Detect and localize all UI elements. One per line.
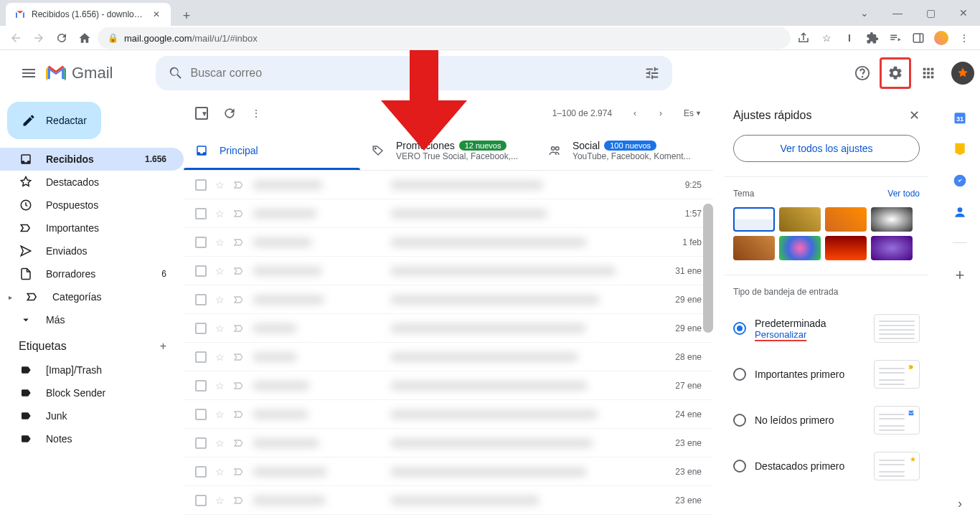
star-icon[interactable]: ☆ [215,437,225,449]
playlist-icon[interactable] [885,28,905,48]
star-icon[interactable]: ☆ [215,208,225,219]
row-checkbox[interactable] [195,437,207,449]
radio-button[interactable] [733,368,746,381]
mail-row[interactable]: ☆23 ene [184,486,713,515]
contacts-icon[interactable] [953,205,967,219]
sidebar-item-categorías[interactable]: ▸Categorías [0,285,184,308]
search-input[interactable] [190,67,638,80]
row-checkbox[interactable] [195,294,207,305]
profile-avatar[interactable] [931,28,951,48]
tab-social[interactable]: Social 100 nuevosYouTube, Facebook, Kome… [537,130,713,170]
home-button[interactable] [75,28,95,48]
close-window-button[interactable]: ✕ [947,0,980,26]
all-settings-button[interactable]: Ver todos los ajustes [733,135,920,162]
important-icon[interactable] [233,237,245,248]
star-icon[interactable]: ☆ [215,323,225,334]
theme-thumb[interactable] [825,207,867,232]
add-addon-button[interactable]: + [953,266,967,280]
sidebar-item-más[interactable]: Más [0,308,184,331]
ext-i-icon[interactable]: I [839,28,859,48]
sidepanel-icon[interactable] [908,28,928,48]
mail-row[interactable]: ☆9:25 [184,171,713,199]
inbox-option[interactable]: Importantes primero [733,351,920,397]
next-page[interactable]: › [649,102,672,125]
new-tab-button[interactable]: + [176,6,197,26]
search-box[interactable] [156,56,672,90]
reload-button[interactable] [52,28,72,48]
inbox-option[interactable]: PredeterminadaPersonalizar [733,305,920,351]
row-checkbox[interactable] [195,380,207,392]
row-checkbox[interactable] [195,323,207,334]
inbox-option[interactable]: No leídos primero [733,397,920,443]
theme-thumb[interactable] [733,236,775,260]
row-checkbox[interactable] [195,265,207,277]
scrollbar[interactable] [703,204,713,333]
row-checkbox[interactable] [195,208,207,219]
label-item[interactable]: Junk [0,404,184,427]
important-icon[interactable] [233,466,245,478]
compose-button[interactable]: Redactar [7,102,101,139]
important-icon[interactable] [233,409,245,420]
row-checkbox[interactable] [195,351,207,363]
help-icon[interactable] [848,59,877,87]
star-icon[interactable]: ☆ [215,409,225,420]
row-checkbox[interactable] [195,179,207,191]
label-item[interactable]: Block Sender [0,381,184,404]
sidebar-item-enviados[interactable]: Enviados [0,239,184,262]
add-label-button[interactable]: + [160,340,166,353]
star-icon[interactable]: ☆ [215,351,225,363]
important-icon[interactable] [233,323,245,334]
gear-icon[interactable] [880,57,911,89]
mail-row[interactable]: ☆24 ene [184,400,713,429]
important-icon[interactable] [233,265,245,277]
mail-row[interactable]: ☆1:57 [184,199,713,228]
close-icon[interactable]: ✕ [909,108,920,123]
tab-promociones[interactable]: Promociones 12 nuevosVERO True Social, F… [360,130,537,170]
close-icon[interactable]: ✕ [151,9,162,20]
theme-view-all[interactable]: Ver todo [887,189,920,199]
theme-thumb[interactable] [871,207,913,232]
select-all[interactable]: ▼ [195,107,208,120]
tune-icon[interactable] [638,59,666,87]
important-icon[interactable] [233,294,245,305]
star-icon[interactable]: ☆ [215,237,225,248]
star-icon[interactable]: ☆ [215,495,225,506]
input-lang[interactable]: Es▼ [684,108,702,118]
mail-row[interactable]: ☆23 ene [184,457,713,486]
browser-menu-icon[interactable]: ⋮ [954,28,974,48]
row-checkbox[interactable] [195,237,207,248]
row-checkbox[interactable] [195,466,207,478]
star-icon[interactable]: ☆ [215,265,225,277]
important-icon[interactable] [233,351,245,363]
mail-row[interactable]: ☆27 ene [184,371,713,400]
forward-button[interactable] [29,28,49,48]
customize-link[interactable]: Personalizar [755,329,865,340]
gmail-logo[interactable]: Gmail [46,64,113,82]
important-icon[interactable] [233,208,245,219]
important-icon[interactable] [233,380,245,392]
sidebar-item-pospuestos[interactable]: Pospuestos [0,194,184,217]
keep-icon[interactable] [953,142,967,156]
mail-row[interactable]: ☆29 ene [184,285,713,314]
calendar-icon[interactable]: 31 [953,110,967,125]
caret-down-icon[interactable]: ⌄ [848,0,881,26]
refresh-button[interactable] [222,106,237,120]
collapse-panel[interactable]: › [953,496,967,511]
sidebar-item-borradores[interactable]: Borradores6 [0,262,184,285]
mail-row[interactable]: ☆23 ene [184,429,713,457]
account-avatar[interactable] [951,62,974,85]
mail-row[interactable]: ☆1 feb [184,228,713,257]
share-icon[interactable] [793,28,814,48]
radio-button[interactable] [733,460,746,473]
hamburger-menu[interactable] [11,56,46,90]
apps-icon[interactable] [914,59,943,87]
theme-default[interactable] [733,207,775,232]
important-icon[interactable] [233,495,245,506]
radio-button[interactable] [733,322,746,335]
label-item[interactable]: [Imap]/Trash [0,359,184,381]
tab-principal[interactable]: Principal [184,130,360,170]
radio-button[interactable] [733,414,746,427]
sidebar-item-importantes[interactable]: Importantes [0,217,184,239]
prev-page[interactable]: ‹ [623,102,646,125]
address-bar[interactable]: 🔒 mail.google.com/mail/u/1/#inbox [98,27,791,49]
